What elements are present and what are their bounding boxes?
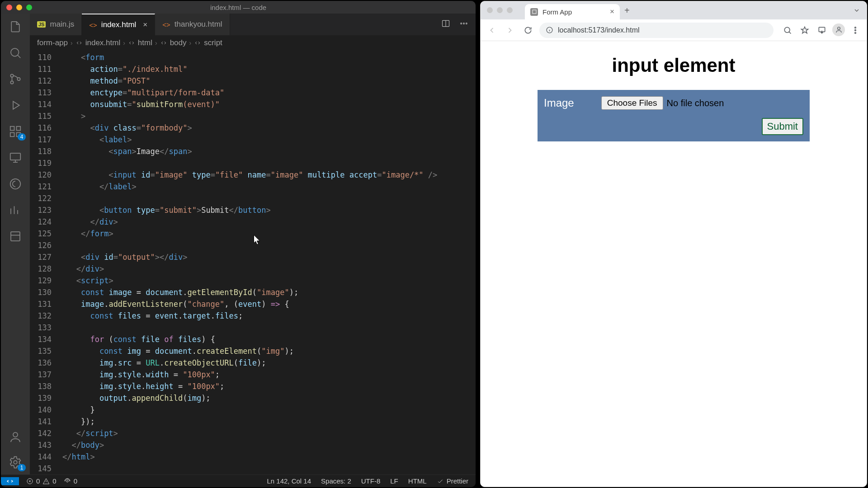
zoom-window-button[interactable] (507, 7, 513, 13)
split-editor-icon[interactable] (441, 19, 450, 30)
favicon-icon (530, 8, 538, 16)
site-info-icon[interactable] (546, 26, 553, 34)
svg-point-3 (17, 78, 20, 80)
svg-point-1 (10, 74, 13, 77)
bc-item[interactable]: form-app (37, 38, 68, 47)
svg-point-11 (13, 432, 18, 437)
source-control-icon[interactable] (9, 72, 22, 86)
svg-rect-10 (11, 232, 20, 241)
settings-gear-icon[interactable]: 1 (9, 455, 22, 469)
svg-rect-5 (17, 127, 21, 131)
svg-point-25 (855, 29, 856, 31)
settings-badge: 1 (18, 464, 26, 471)
zoom-icon[interactable] (781, 23, 794, 37)
svg-rect-8 (10, 153, 21, 160)
svg-point-12 (14, 460, 17, 464)
close-tab-icon[interactable]: × (143, 20, 147, 29)
browser-toolbar: localhost:5173/index.html (481, 19, 867, 41)
tab-main-js[interactable]: JS main.js (30, 14, 82, 35)
titlebar: index.html — code (1, 1, 476, 14)
browser-window: Form App × + localhost:5173/index.html i… (480, 1, 867, 487)
formatter[interactable]: Prettier (437, 477, 468, 485)
zoom-window-button[interactable] (26, 5, 32, 10)
close-window-button[interactable] (6, 5, 12, 10)
tab-overflow-icon[interactable] (853, 7, 860, 16)
svg-rect-6 (10, 133, 14, 137)
svg-point-26 (855, 32, 856, 33)
window-controls (6, 5, 32, 10)
indent-setting[interactable]: Spaces: 2 (321, 477, 351, 485)
tab-label: index.html (101, 20, 136, 29)
file-input[interactable]: Choose Files No file chosen (601, 96, 724, 110)
containers-icon[interactable] (9, 230, 22, 243)
marketplace-icon[interactable] (9, 177, 22, 191)
remote-explorer-icon[interactable] (9, 151, 22, 164)
cursor-position[interactable]: Ln 142, Col 14 (267, 477, 311, 485)
breadcrumb[interactable]: form-app› index.html› html› body› script (30, 35, 476, 51)
bc-item[interactable]: script (204, 38, 222, 47)
svg-point-23 (837, 27, 840, 30)
bc-item[interactable]: html (138, 38, 152, 47)
forward-icon[interactable] (503, 23, 517, 37)
browser-tab-title: Form App (542, 8, 572, 16)
problems-indicator[interactable]: 0 0 (26, 477, 57, 485)
page-heading: input element (481, 55, 867, 76)
search-icon[interactable] (9, 46, 22, 60)
remote-indicator[interactable] (1, 477, 19, 485)
reload-icon[interactable] (521, 23, 535, 37)
symbol-icon (160, 39, 167, 47)
tab-thankyou-html[interactable]: <> thankyou.html (155, 14, 230, 35)
install-app-icon[interactable] (815, 23, 829, 37)
tab-label: main.js (50, 20, 74, 29)
run-debug-icon[interactable] (9, 99, 22, 112)
account-icon[interactable] (9, 430, 22, 444)
editor-tab-bar: JS main.js <> index.html × <> thankyou.h… (30, 14, 476, 35)
svg-point-21 (784, 27, 790, 33)
language-mode[interactable]: HTML (408, 477, 427, 485)
more-actions-icon[interactable] (459, 19, 468, 30)
submit-button[interactable]: Submit (762, 118, 803, 135)
ports-indicator[interactable]: 0 (64, 477, 77, 485)
activity-bar: 4 1 (1, 14, 30, 474)
tab-label: thankyou.html (175, 20, 222, 29)
symbol-icon (194, 39, 201, 47)
extensions-icon[interactable]: 4 (9, 125, 22, 138)
address-bar[interactable]: localhost:5173/index.html (539, 23, 774, 38)
file-input-status: No file chosen (667, 98, 724, 108)
code-editor[interactable]: 110 111 112 113 114 115 116 117 118 119 … (30, 51, 476, 474)
svg-point-14 (461, 23, 462, 24)
bookmark-icon[interactable] (798, 23, 811, 37)
explorer-icon[interactable] (9, 20, 22, 33)
profile-avatar-icon[interactable] (832, 23, 845, 36)
close-tab-icon[interactable]: × (610, 7, 614, 16)
graph-icon[interactable] (9, 203, 22, 217)
page-content: input element Image Choose Files No file… (481, 41, 867, 487)
bc-item[interactable]: index.html (85, 38, 120, 47)
browser-tab[interactable]: Form App × (525, 4, 620, 19)
bc-item[interactable]: body (170, 38, 187, 47)
eol[interactable]: LF (390, 477, 398, 485)
tab-index-html[interactable]: <> index.html × (82, 14, 155, 35)
svg-point-18 (66, 480, 68, 482)
svg-rect-19 (533, 10, 536, 14)
close-window-button[interactable] (487, 7, 493, 13)
window-controls (487, 7, 513, 13)
back-icon[interactable] (485, 23, 499, 37)
choose-files-button[interactable]: Choose Files (601, 96, 663, 110)
new-tab-icon[interactable]: + (624, 5, 630, 16)
svg-point-16 (466, 23, 467, 24)
svg-point-0 (11, 48, 19, 56)
vscode-window: index.html — code 4 (1, 1, 476, 487)
svg-point-9 (10, 179, 21, 189)
encoding[interactable]: UTF-8 (361, 477, 381, 485)
kebab-menu-icon[interactable] (849, 23, 862, 37)
svg-point-15 (463, 23, 465, 24)
browser-tab-strip: Form App × + (481, 1, 867, 19)
svg-point-24 (855, 27, 856, 28)
minimize-window-button[interactable] (497, 7, 503, 13)
minimize-window-button[interactable] (16, 5, 22, 10)
html-file-icon (75, 39, 83, 47)
field-label: Image (544, 97, 574, 109)
js-file-icon: JS (37, 21, 46, 28)
url-text: localhost:5173/index.html (558, 26, 640, 34)
